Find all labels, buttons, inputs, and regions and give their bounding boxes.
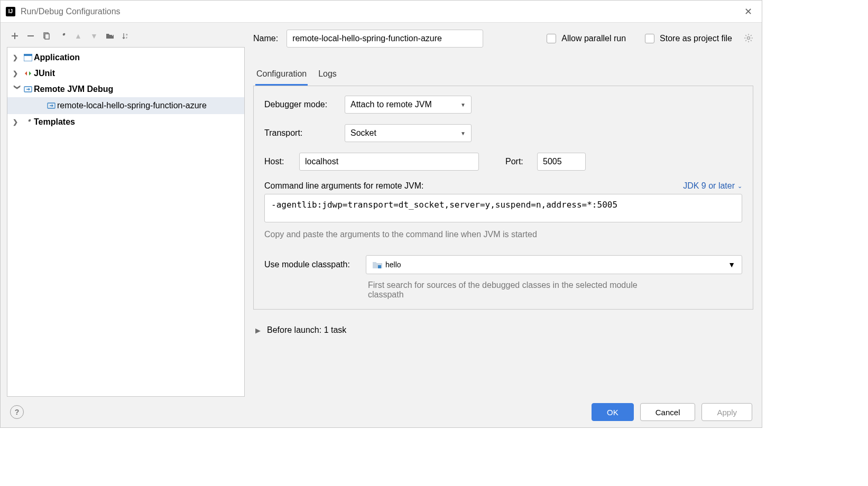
chevron-down-icon: ❯ (14, 85, 21, 94)
chevron-right-icon: ❯ (13, 70, 22, 77)
apply-button[interactable]: Apply (701, 403, 752, 421)
chevron-right-icon: ❯ (13, 118, 22, 126)
svg-rect-5 (24, 54, 32, 56)
application-icon (22, 54, 34, 61)
cmdline-arguments[interactable]: -agentlib:jdwp=transport=dt_socket,serve… (264, 194, 742, 222)
port-label: Port: (505, 157, 531, 166)
checkbox-icon (645, 34, 654, 43)
checkbox-label: Store as project file (660, 34, 732, 43)
checkbox-icon (547, 34, 556, 43)
intellij-icon: IJ (6, 7, 15, 16)
sort-icon[interactable]: az (119, 29, 133, 43)
tree-node-junit[interactable]: ❯ JUnit (7, 66, 244, 81)
tree-node-selected-config[interactable]: remote-local-hello-spring-function-azure (7, 97, 244, 114)
transport-label: Transport: (264, 128, 338, 138)
tree-label: remote-local-hello-spring-function-azure (57, 101, 207, 110)
tree-label: Templates (34, 117, 75, 127)
svg-rect-1 (45, 34, 49, 39)
debugger-mode-select[interactable]: Attach to remote JVM ▼ (345, 96, 472, 114)
module-classpath-select[interactable]: hello ▼ (366, 255, 742, 274)
chevron-down-icon: ▼ (460, 102, 466, 108)
checkbox-label: Allow parallel run (561, 34, 626, 43)
wrench-icon (22, 118, 34, 126)
ok-button[interactable]: OK (592, 403, 634, 421)
cmdline-hint: Copy and paste the arguments to the comm… (264, 230, 742, 239)
copy-icon[interactable] (40, 29, 53, 43)
before-launch-label: Before launch: 1 task (267, 325, 346, 335)
remove-icon[interactable] (24, 29, 38, 43)
svg-rect-9 (378, 265, 381, 268)
gear-icon[interactable] (744, 33, 753, 44)
add-icon[interactable] (8, 29, 22, 43)
chevron-down-icon: ▼ (460, 130, 466, 136)
transport-select[interactable]: Socket ▼ (345, 124, 472, 142)
tree-label: JUnit (34, 69, 55, 78)
before-launch-section[interactable]: ▶ Before launch: 1 task (253, 325, 753, 335)
move-down-icon[interactable]: ▼ (87, 29, 101, 43)
allow-parallel-checkbox[interactable]: Allow parallel run (547, 34, 626, 43)
select-value: Attach to remote JVM (350, 100, 432, 109)
wrench-icon[interactable] (56, 29, 69, 43)
tree-node-remote-jvm-debug[interactable]: ❯ Remote JVM Debug (7, 81, 244, 97)
module-icon (373, 261, 381, 268)
help-icon[interactable]: ? (10, 405, 24, 419)
remote-debug-icon (22, 86, 34, 93)
chevron-down-icon: ▼ (728, 260, 735, 269)
tab-logs[interactable]: Logs (317, 65, 338, 86)
jdk-dropdown[interactable]: JDK 9 or later ⌄ (683, 181, 742, 191)
select-value: Socket (350, 128, 376, 138)
chevron-down-icon: ⌄ (737, 183, 742, 190)
debugger-mode-label: Debugger mode: (264, 100, 338, 109)
config-tabs: Configuration Logs (253, 65, 753, 86)
folder-icon[interactable] (103, 29, 117, 43)
run-debug-dialog: IJ Run/Debug Configurations ✕ ▲ ▼ az ❯ A… (0, 0, 762, 428)
move-up-icon[interactable]: ▲ (71, 29, 85, 43)
name-label: Name: (253, 34, 278, 43)
config-tree[interactable]: ❯ Application ❯ JUnit ❯ Remote JVM Debug… (7, 47, 245, 397)
config-panel: Debugger mode: Attach to remote JVM ▼ Tr… (253, 86, 753, 310)
port-input[interactable] (537, 153, 586, 171)
chevron-right-icon: ❯ (13, 54, 22, 61)
tree-label: Remote JVM Debug (34, 85, 113, 94)
jdk-link-label: JDK 9 or later (683, 181, 735, 191)
chevron-right-icon: ▶ (255, 326, 261, 334)
cmdline-label: Command line arguments for remote JVM: (264, 181, 423, 191)
tree-label: Application (34, 53, 80, 62)
close-icon[interactable]: ✕ (740, 6, 756, 17)
svg-point-8 (747, 36, 750, 39)
module-classpath-label: Use module classpath: (264, 260, 359, 269)
tree-node-application[interactable]: ❯ Application (7, 50, 244, 66)
config-toolbar: ▲ ▼ az (7, 28, 245, 47)
store-project-checkbox[interactable]: Store as project file (645, 34, 732, 43)
cancel-button[interactable]: Cancel (640, 403, 696, 421)
host-input[interactable] (299, 153, 479, 171)
tree-node-templates[interactable]: ❯ Templates (7, 114, 244, 130)
name-input[interactable] (287, 30, 483, 48)
module-hint: First search for sources of the debugged… (368, 281, 643, 300)
titlebar: IJ Run/Debug Configurations ✕ (1, 1, 762, 23)
select-value: hello (385, 260, 401, 269)
dialog-footer: ? OK Cancel Apply (1, 397, 762, 427)
remote-debug-icon (45, 102, 57, 109)
host-label: Host: (264, 157, 293, 166)
svg-text:z: z (126, 36, 127, 39)
tab-configuration[interactable]: Configuration (255, 65, 308, 86)
dialog-title: Run/Debug Configurations (21, 7, 740, 16)
junit-icon (22, 70, 34, 77)
